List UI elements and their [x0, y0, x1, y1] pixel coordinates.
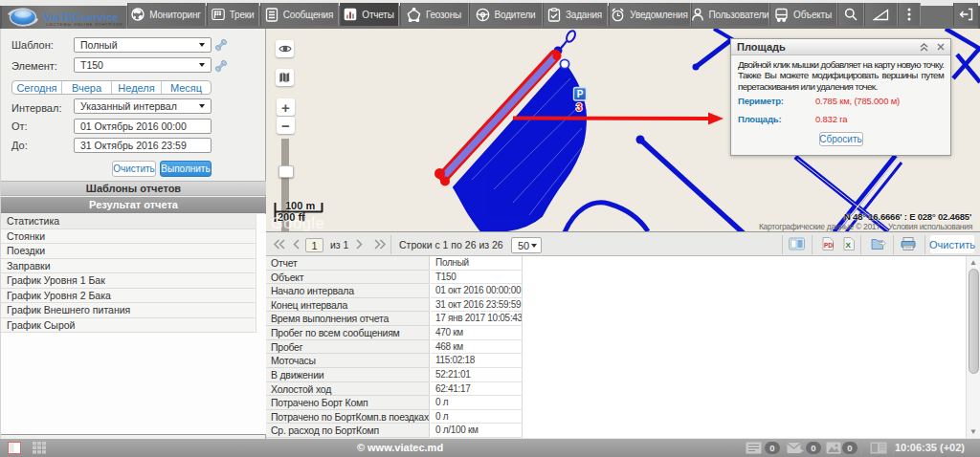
svg-text:PDF: PDF — [824, 242, 834, 249]
svg-text:P: P — [577, 89, 584, 99]
svg-text:СИСТЕМЫ ONLINE КОНТРОЛЯ: СИСТЕМЫ ONLINE КОНТРОЛЯ — [46, 23, 123, 27]
svg-text:ViaTECservice: ViaTECservice — [43, 11, 119, 23]
svg-text:3: 3 — [576, 101, 582, 113]
svg-text:X: X — [846, 241, 852, 250]
